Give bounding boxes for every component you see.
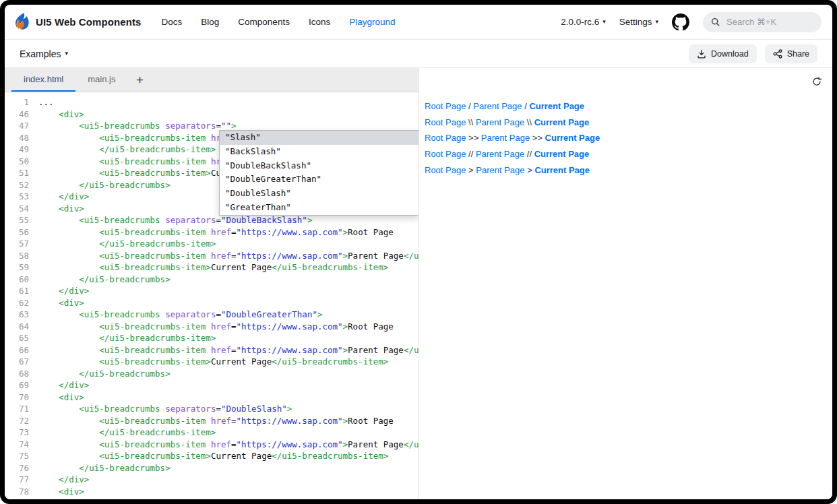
search-input[interactable] [725,16,810,28]
breadcrumb-link[interactable]: Parent Page [481,133,530,143]
page: UI5 Web Components DocsBlogComponentsIco… [5,5,832,499]
code-line[interactable]: 55 <ui5-breadcrumbs separators="DoubleBa… [5,214,418,226]
code-line[interactable]: 65 </ui5-breadcrumbs-item> [5,332,418,344]
line-code: <ui5-breadcrumbs-item href="https://www.… [38,227,394,237]
code-line[interactable]: 59 <ui5-breadcrumbs-item>Current Page</u… [5,261,418,274]
code-line[interactable]: 63 <ui5-breadcrumbs separators="DoubleGr… [5,309,418,321]
nav-link-playground[interactable]: Playground [349,17,395,27]
autocomplete-item[interactable]: "DoubleBackSlash" [220,159,418,173]
code-line[interactable]: 46 <div> [5,108,418,121]
line-code: <ui5-breadcrumbs-item href="https://www.… [38,416,394,426]
line-number: 59 [5,261,29,274]
breadcrumb-row: Root Page \\ Parent Page \\ Current Page [425,115,832,131]
breadcrumb-current: Current Page [534,149,590,159]
breadcrumb-row: Root Page // Parent Page // Current Page [425,146,832,162]
code-line[interactable]: 60 </ui5-breadcrumbs> [5,274,418,286]
line-code: <ui5-breadcrumbs-item hr [38,156,221,166]
breadcrumb-link[interactable]: Root Page [425,117,466,127]
line-number: 74 [5,439,29,451]
code-line[interactable]: 56 <ui5-breadcrumbs-item href="https://w… [5,226,418,239]
code-line[interactable]: 68 </ui5-breadcrumbs> [5,368,418,380]
code-line[interactable]: 64 <ui5-breadcrumbs-item href="https://w… [5,321,418,333]
code-line[interactable]: 61 </div> [5,285,418,297]
version-dropdown[interactable]: 2.0.0-rc.6 ▾ [561,17,606,27]
search-box[interactable] [703,12,822,32]
autocomplete-item[interactable]: "DoubleGreaterThan" [220,172,418,187]
share-button[interactable]: Share [765,44,817,63]
breadcrumb-link[interactable]: Root Page [425,133,466,143]
nav-link-blog[interactable]: Blog [201,17,219,27]
breadcrumb-link[interactable]: Root Page [425,149,466,159]
tab-index-html[interactable]: index.html [11,68,75,92]
line-number: 61 [5,285,29,297]
line-number: 49 [5,144,29,156]
code-editor[interactable]: 1...46 <div>47 <ui5-breadcrumbs separato… [5,92,418,499]
settings-dropdown[interactable]: Settings ▾ [619,17,658,27]
code-line[interactable]: 67 <ui5-breadcrumbs-item>Current Page</u… [5,356,418,368]
code-line[interactable]: 69 </div> [5,379,418,391]
line-code: </div> [38,474,89,484]
autocomplete-item[interactable]: "BackSlash" [220,145,418,159]
nav-link-icons[interactable]: Icons [309,17,330,27]
ui5-logo-icon [16,13,30,32]
code-line[interactable]: 73 </ui5-breadcrumbs-item> [5,427,418,439]
download-button[interactable]: Download [689,44,757,63]
breadcrumb-link[interactable]: Parent Page [476,117,524,127]
code-line[interactable]: 75 <ui5-breadcrumbs-item>Current Page</u… [5,450,418,462]
line-code: <ui5-breadcrumbs-item href="https://www.… [38,251,418,261]
line-number: 57 [5,238,29,250]
line-code: </div> [38,380,89,390]
line-code: <div> [38,203,84,214]
line-code: <ui5-breadcrumbs-item hr [38,133,221,143]
autocomplete-popup: "Slash""BackSlash""DoubleBackSlash""Doub… [219,130,418,216]
add-tab-button[interactable]: + [127,68,152,92]
breadcrumb-current: Current Page [529,101,584,111]
code-line[interactable]: 1... [5,96,418,108]
line-number: 46 [5,108,29,121]
autocomplete-item[interactable]: "Slash" [220,131,418,145]
code-line[interactable]: 57 </ui5-breadcrumbs-item> [5,238,418,250]
code-line[interactable]: 77 </div> [5,474,418,486]
breadcrumb-separator: // [466,149,475,159]
share-label: Share [787,49,809,59]
code-line[interactable]: 62 <div> [5,297,418,309]
code-line[interactable]: 74 <ui5-breadcrumbs-item href="https://w… [5,439,418,451]
code-line[interactable]: 76 </ui5-breadcrumbs> [5,462,418,474]
autocomplete-item[interactable]: "GreaterThan" [220,201,418,215]
line-code: </div> [38,286,89,296]
line-code: </ui5-breadcrumbs-item> [38,239,216,249]
code-line[interactable]: 71 <ui5-breadcrumbs separators="DoubleSl… [5,403,418,415]
code-line[interactable]: 58 <ui5-breadcrumbs-item href="https://w… [5,250,418,262]
breadcrumb-separator: // [524,149,534,159]
breadcrumb-link[interactable]: Root Page [425,101,466,111]
editor-tabbar: index.htmlmain.js + [5,68,418,92]
code-line[interactable]: 78 <div> [5,486,418,498]
line-number: 76 [5,462,29,474]
line-code: <ui5-breadcrumbs-item href="https://www.… [38,321,394,332]
breadcrumb-current: Current Page [534,165,590,175]
line-code: <ui5-breadcrumbs separators=""> [38,121,237,131]
tab-main-js[interactable]: main.js [75,68,127,92]
breadcrumb-link[interactable]: Root Page [425,165,466,175]
nav-link-components[interactable]: Components [238,17,290,27]
code-line[interactable]: 70 <div> [5,391,418,404]
line-code: <div> [38,109,84,119]
breadcrumb-link[interactable]: Parent Page [476,149,524,159]
nav-link-docs[interactable]: Docs [162,17,183,27]
breadcrumb-link[interactable]: Parent Page [473,101,522,111]
line-number: 65 [5,332,29,344]
line-number: 78 [5,486,29,498]
autocomplete-item[interactable]: "DoubleSlash" [220,187,418,201]
examples-dropdown[interactable]: Examples ▾ [20,49,68,59]
breadcrumb-separator: \\ [466,117,475,127]
code-line[interactable]: 66 <ui5-breadcrumbs-item href="https://w… [5,344,418,356]
code-line[interactable]: 72 <ui5-breadcrumbs-item href="https://w… [5,415,418,427]
github-icon[interactable] [672,13,689,31]
refresh-button[interactable] [810,75,824,88]
brand[interactable]: UI5 Web Components [16,13,142,32]
breadcrumb-link[interactable]: Parent Page [476,165,524,175]
line-code: ... [38,97,54,107]
brand-title: UI5 Web Components [36,16,142,28]
main-split: index.htmlmain.js + 1...46 <div>47 <ui5-… [5,68,832,499]
line-number: 66 [5,344,29,356]
